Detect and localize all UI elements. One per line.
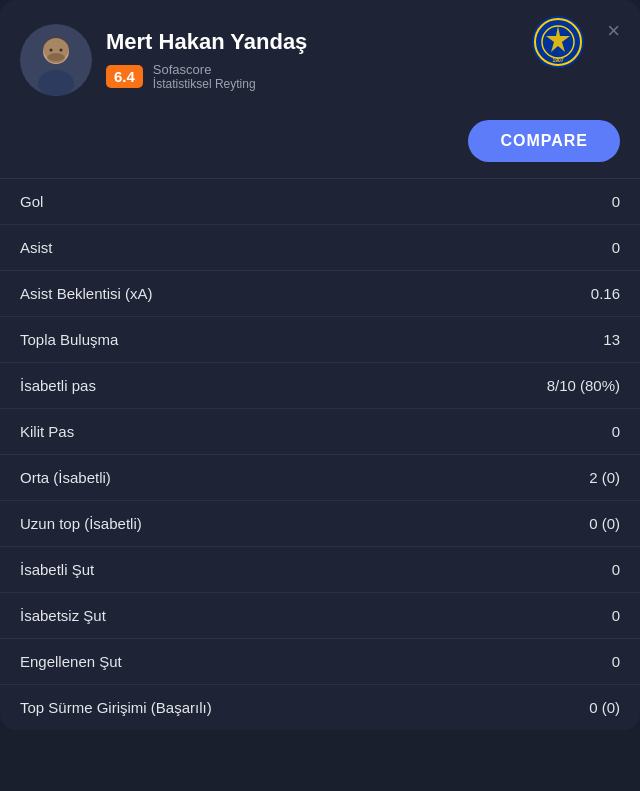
rating-badge: 6.4 <box>106 65 143 88</box>
stat-label: Orta (İsabetli) <box>20 469 111 486</box>
stat-label: Kilit Pas <box>20 423 74 440</box>
stat-row: Engellenen Şut0 <box>0 639 640 685</box>
stat-label: İsabetli pas <box>20 377 96 394</box>
stat-row: Top Sürme Girişimi (Başarılı)0 (0) <box>0 685 640 730</box>
stat-label: Uzun top (İsabetli) <box>20 515 142 532</box>
stat-value: 0 <box>612 607 620 624</box>
rating-sublabel: İstatistiksel Reyting <box>153 77 256 91</box>
stat-value: 0 (0) <box>589 515 620 532</box>
stat-label: Asist <box>20 239 53 256</box>
svg-point-10 <box>47 53 65 63</box>
compare-button[interactable]: COMPARE <box>468 120 620 162</box>
stat-value: 13 <box>603 331 620 348</box>
stat-value: 0 <box>612 561 620 578</box>
stat-row: Asist Beklentisi (xA)0.16 <box>0 271 640 317</box>
rating-source: Sofascore <box>153 62 256 77</box>
stat-label: İsabetli Şut <box>20 561 94 578</box>
stat-value: 0 (0) <box>589 699 620 716</box>
stat-row: İsabetli Şut0 <box>0 547 640 593</box>
rating-label: Sofascore İstatistiksel Reyting <box>153 62 256 91</box>
stat-row: Uzun top (İsabetli)0 (0) <box>0 501 640 547</box>
stat-value: 0 <box>612 193 620 210</box>
stat-value: 8/10 (80%) <box>547 377 620 394</box>
svg-text:1907: 1907 <box>552 57 563 63</box>
compare-row: COMPARE <box>0 112 640 178</box>
stat-label: Engellenen Şut <box>20 653 122 670</box>
svg-point-9 <box>60 49 63 52</box>
stat-row: Asist0 <box>0 225 640 271</box>
stat-row: Orta (İsabetli)2 (0) <box>0 455 640 501</box>
stat-value: 0 <box>612 239 620 256</box>
stat-row: İsabetli pas8/10 (80%) <box>0 363 640 409</box>
stat-value: 0.16 <box>591 285 620 302</box>
stats-list: Gol0Asist0Asist Beklentisi (xA)0.16Topla… <box>0 178 640 730</box>
player-info: Mert Hakan Yandaş 6.4 Sofascore İstatist… <box>20 24 620 96</box>
stat-label: İsabetsiz Şut <box>20 607 106 624</box>
stat-label: Topla Buluşma <box>20 331 118 348</box>
stat-row: İsabetsiz Şut0 <box>0 593 640 639</box>
stat-row: Gol0 <box>0 179 640 225</box>
player-avatar <box>20 24 92 96</box>
player-header: × 1907 <box>0 0 640 112</box>
stat-value: 2 (0) <box>589 469 620 486</box>
stat-row: Kilit Pas0 <box>0 409 640 455</box>
stat-label: Gol <box>20 193 43 210</box>
close-button[interactable]: × <box>603 16 624 46</box>
stat-value: 0 <box>612 423 620 440</box>
stat-row: Topla Buluşma13 <box>0 317 640 363</box>
stat-label: Top Sürme Girişimi (Başarılı) <box>20 699 212 716</box>
club-logo: 1907 <box>532 16 584 68</box>
stat-label: Asist Beklentisi (xA) <box>20 285 153 302</box>
stat-value: 0 <box>612 653 620 670</box>
svg-point-8 <box>50 49 53 52</box>
player-modal: × 1907 <box>0 0 640 730</box>
